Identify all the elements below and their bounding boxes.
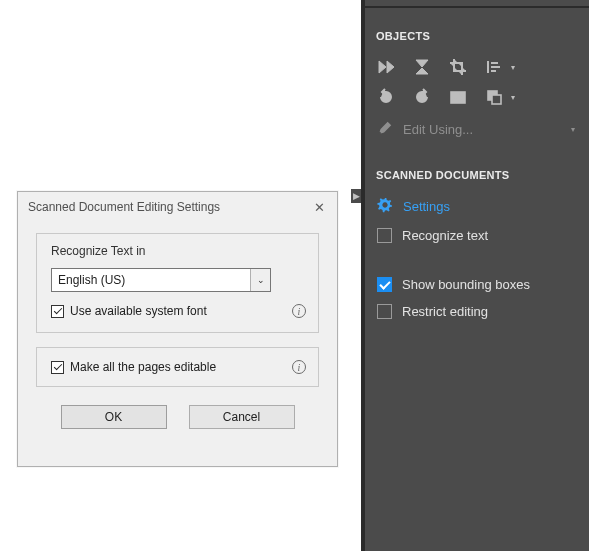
restrict-editing-label: Restrict editing <box>402 304 488 319</box>
recognize-text-checkbox[interactable] <box>377 228 392 243</box>
edit-using-label: Edit Using... <box>403 122 473 137</box>
info-icon[interactable]: i <box>292 304 306 318</box>
chevron-down-icon[interactable]: ▾ <box>571 125 575 134</box>
use-system-font-checkbox[interactable] <box>51 305 64 318</box>
objects-header: OBJECTS <box>373 8 579 52</box>
dialog-titlebar: Scanned Document Editing Settings ✕ <box>18 192 337 222</box>
recognize-text-label: Recognize text <box>402 228 488 243</box>
language-value: English (US) <box>58 273 125 287</box>
svg-point-1 <box>460 94 462 96</box>
flip-horizontal-icon[interactable] <box>375 56 397 78</box>
show-bounding-checkbox[interactable] <box>377 277 392 292</box>
svg-rect-0 <box>451 92 465 103</box>
recognize-text-row[interactable]: Recognize text <box>373 222 579 249</box>
recognize-group: Recognize Text in English (US) ⌄ Use ava… <box>36 233 319 333</box>
scanned-document-settings-dialog: Scanned Document Editing Settings ✕ Reco… <box>17 191 338 467</box>
rotate-right-icon[interactable] <box>411 86 433 108</box>
chevron-down-icon[interactable]: ▾ <box>511 63 515 72</box>
panel-collapse-button[interactable]: ▶ <box>351 189 361 203</box>
make-editable-checkbox[interactable] <box>51 361 64 374</box>
objects-icon-row-2: ▾ <box>373 82 579 112</box>
cancel-button[interactable]: Cancel <box>189 405 295 429</box>
crop-icon[interactable] <box>447 56 469 78</box>
settings-row[interactable]: Settings <box>373 191 579 222</box>
restrict-editing-checkbox[interactable] <box>377 304 392 319</box>
make-editable-label: Make all the pages editable <box>70 360 216 374</box>
edit-using-row[interactable]: Edit Using... ▾ <box>373 112 579 151</box>
pencil-icon <box>377 120 393 139</box>
scanned-documents-header: SCANNED DOCUMENTS <box>373 151 579 191</box>
ok-button[interactable]: OK <box>61 405 167 429</box>
align-icon[interactable] <box>483 56 505 78</box>
replace-image-icon[interactable] <box>447 86 469 108</box>
editable-group: Make all the pages editable i <box>36 347 319 387</box>
show-bounding-label: Show bounding boxes <box>402 277 530 292</box>
gear-icon <box>377 197 393 216</box>
panel-content: OBJECTS ▾ <box>365 8 589 325</box>
panel-divider <box>365 0 589 8</box>
dialog-title: Scanned Document Editing Settings <box>28 200 220 214</box>
language-dropdown[interactable]: English (US) ⌄ <box>51 268 271 292</box>
chevron-down-icon[interactable]: ⌄ <box>250 269 270 291</box>
info-icon[interactable]: i <box>292 360 306 374</box>
properties-panel: ▶ OBJECTS ▾ <box>361 0 589 551</box>
recognize-text-in-label: Recognize Text in <box>51 244 306 258</box>
flip-vertical-icon[interactable] <box>411 56 433 78</box>
use-system-font-label: Use available system font <box>70 304 207 318</box>
show-bounding-row[interactable]: Show bounding boxes <box>373 271 579 298</box>
objects-icon-row-1: ▾ <box>373 52 579 82</box>
settings-label: Settings <box>403 199 450 214</box>
dialog-button-row: OK Cancel <box>36 401 319 429</box>
rotate-left-icon[interactable] <box>375 86 397 108</box>
svg-rect-3 <box>492 95 501 104</box>
restrict-editing-row[interactable]: Restrict editing <box>373 298 579 325</box>
close-icon[interactable]: ✕ <box>311 199 327 215</box>
arrange-icon[interactable] <box>483 86 505 108</box>
chevron-down-icon[interactable]: ▾ <box>511 93 515 102</box>
